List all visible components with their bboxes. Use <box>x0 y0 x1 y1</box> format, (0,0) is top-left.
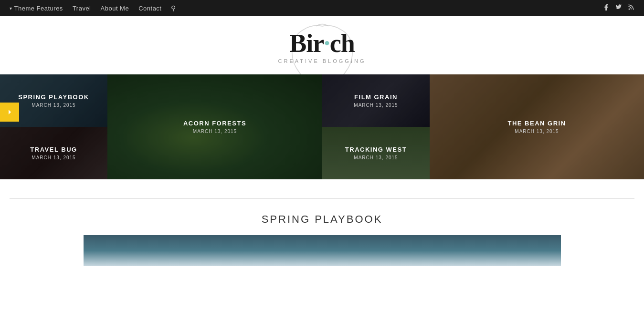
grid-item-travel-bug[interactable]: TRAVEL BUG MARCH 13, 2015 <box>0 127 107 179</box>
photo-grid: SPRING PLAYBOOK MARCH 13, 2015 ACORN FOR… <box>0 74 644 179</box>
overlay: TRACKING WEST MARCH 13, 2015 <box>322 127 430 179</box>
grid-item-title: TRACKING WEST <box>345 146 407 153</box>
grid-item-title: FILM GRAIN <box>354 93 398 101</box>
grid-item-film-grain[interactable]: FILM GRAIN MARCH 13, 2015 <box>322 74 430 127</box>
grid-item-title: SPRING PLAYBOOK <box>18 93 89 101</box>
rss-icon[interactable] <box>628 4 634 12</box>
logo-frame: Bir·ch CREATIVE BLOGGING <box>278 31 366 64</box>
grid-item-tracking-west[interactable]: TRACKING WEST MARCH 13, 2015 <box>322 127 430 179</box>
featured-image <box>84 235 561 266</box>
next-arrow-button[interactable] <box>0 103 19 122</box>
nav-item-travel[interactable]: Travel <box>73 5 91 12</box>
logo-container: Bir·ch CREATIVE BLOGGING <box>278 31 366 65</box>
grid-item-date: MARCH 13, 2015 <box>193 129 237 134</box>
featured-post-title: SPRING PLAYBOOK <box>10 213 634 226</box>
nav-left: ▾ Theme Features Travel About Me Contact… <box>10 4 176 12</box>
overlay: ACORN FORESTS MARCH 13, 2015 <box>107 74 322 179</box>
nav-right <box>603 4 634 12</box>
main-nav: ▾ Theme Features Travel About Me Contact… <box>0 0 644 16</box>
site-header: Bir·ch CREATIVE BLOGGING <box>0 16 644 74</box>
nav-item-contact[interactable]: Contact <box>138 5 161 12</box>
facebook-icon[interactable] <box>603 4 610 12</box>
grid-item-title: THE BEAN GRIN <box>507 120 566 127</box>
grid-item-date: MARCH 13, 2015 <box>354 103 398 108</box>
content-divider <box>10 198 634 199</box>
overlay: TRAVEL BUG MARCH 13, 2015 <box>0 127 107 179</box>
logo-subtitle: CREATIVE BLOGGING <box>278 58 366 64</box>
nav-item-theme-features[interactable]: ▾ Theme Features <box>10 5 63 12</box>
grid-item-date: MARCH 13, 2015 <box>515 129 559 134</box>
logo-dot: · <box>324 29 330 58</box>
search-icon[interactable]: ⚲ <box>171 4 176 12</box>
content-section: SPRING PLAYBOOK <box>0 179 644 276</box>
dropdown-arrow-icon: ▾ <box>10 6 12 11</box>
grid-item-date: MARCH 13, 2015 <box>32 103 75 108</box>
grid-item-title: TRAVEL BUG <box>30 146 77 153</box>
overlay: THE BEAN GRIN MARCH 13, 2015 <box>430 74 644 179</box>
logo-title: Bir·ch <box>278 31 366 56</box>
grid-item-acorn-forests[interactable]: ACORN FORESTS MARCH 13, 2015 <box>107 74 322 179</box>
grid-item-the-bean-grin[interactable]: THE BEAN GRIN MARCH 13, 2015 <box>430 74 644 179</box>
overlay: FILM GRAIN MARCH 13, 2015 <box>322 74 430 127</box>
grid-item-date: MARCH 13, 2015 <box>32 155 75 160</box>
twitter-icon[interactable] <box>615 4 622 12</box>
nav-item-about-me[interactable]: About Me <box>101 5 129 12</box>
grid-item-title: ACORN FORESTS <box>183 120 246 127</box>
svg-point-0 <box>629 9 630 10</box>
grid-item-date: MARCH 13, 2015 <box>354 155 398 160</box>
